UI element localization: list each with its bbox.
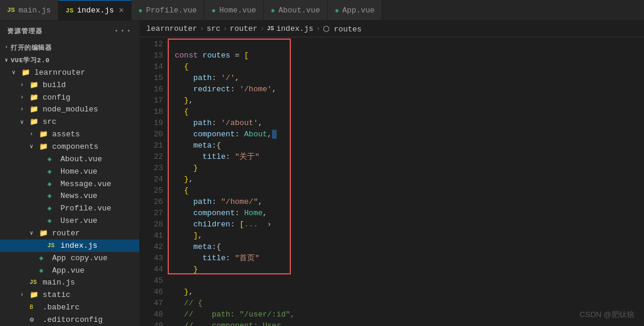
file-label: About.vue xyxy=(60,155,102,164)
chevron-down-icon: ∨ xyxy=(5,57,8,63)
breadcrumb-sep: › xyxy=(316,24,321,33)
code-line-12 xyxy=(175,39,644,50)
chevron-right-icon: › xyxy=(20,292,30,298)
vue-icon: ◈ xyxy=(47,191,58,200)
vue-icon: ◈ xyxy=(139,7,143,14)
sidebar-item-components[interactable]: ∨ 📁 components xyxy=(0,140,139,153)
tab-label: App.vue xyxy=(342,6,375,15)
file-label: App copy.vue xyxy=(52,254,108,263)
file-icon: ⚙ xyxy=(30,315,40,324)
vue-icon: ◈ xyxy=(335,7,339,14)
vue2-section[interactable]: ∨ VUE学习2.0 xyxy=(0,54,139,66)
sidebar-item-app-vue[interactable]: › ◈ App.vue xyxy=(0,264,139,277)
breadcrumb-sep: › xyxy=(260,24,265,33)
sidebar-item-main-js[interactable]: › JS main.js xyxy=(0,276,139,289)
tab-label: Profile.vue xyxy=(146,6,197,15)
sidebar-menu-button[interactable]: ··· xyxy=(114,25,132,36)
chevron-down-icon: ∨ xyxy=(30,229,39,236)
sidebar-item-node-modules[interactable]: › 📁 node_modules xyxy=(0,103,139,116)
sidebar-item-router[interactable]: ∨ 📁 router xyxy=(0,227,139,239)
vue-icon: ◈ xyxy=(47,155,58,164)
breadcrumb-filename: index.js xyxy=(277,24,313,33)
sidebar-item-app-copy-vue[interactable]: › ◈ App copy.vue xyxy=(0,252,139,264)
sidebar-item-build[interactable]: › 📁 build xyxy=(0,79,139,91)
vue-icon: ◈ xyxy=(39,266,50,275)
sidebar-item-config[interactable]: › 📁 config xyxy=(0,91,139,104)
code-line-46: }, xyxy=(175,286,644,298)
folder-icon: 📁 xyxy=(30,105,40,114)
sidebar-item-assets[interactable]: › 📁 assets xyxy=(0,128,139,140)
folder-label: learnrouter xyxy=(34,68,85,77)
folder-label: assets xyxy=(52,130,80,139)
file-label: Home.vue xyxy=(60,167,97,176)
vue-icon: ◈ xyxy=(39,254,50,263)
expand-arrow[interactable]: › xyxy=(267,220,271,229)
folder-icon: 📁 xyxy=(30,81,40,90)
code-line-22: title: "关于" xyxy=(175,151,644,162)
code-line-13: const routes = [ xyxy=(175,50,644,61)
code-line-26: path: "/home/", xyxy=(175,196,644,207)
chevron-right-icon: › xyxy=(20,106,30,113)
file-label: index.js xyxy=(60,241,97,250)
chevron-down-icon: ∨ xyxy=(20,119,30,126)
breadcrumb-learnrouter: learnrouter xyxy=(146,24,197,33)
code-line-23: } xyxy=(175,162,644,174)
tab-about-vue[interactable]: ◈ About.vue xyxy=(264,0,328,20)
sidebar-item-user-vue[interactable]: › ◈ User.vue xyxy=(0,215,139,227)
code-line-42: meta:{ xyxy=(175,241,644,253)
sidebar-item-babelrc[interactable]: › B .babelrc xyxy=(0,301,139,314)
tab-label: index.js xyxy=(77,6,114,15)
folder-icon: 📁 xyxy=(30,290,40,299)
file-label: main.js xyxy=(43,278,75,287)
code-line-21: meta:{ xyxy=(175,140,644,151)
sidebar-item-message-vue[interactable]: › ◈ Message.vue xyxy=(0,178,139,190)
sidebar-item-learnrouter[interactable]: ∨ 📁 learnrouter xyxy=(0,66,139,79)
code-editor[interactable]: 12 13 14 15 16 17 18 19 20 21 22 23 24 2… xyxy=(139,37,644,326)
code-line-20: component: About, xyxy=(175,129,644,140)
code-line-16: redirect: '/home', xyxy=(175,84,644,95)
sidebar-item-src[interactable]: ∨ 📁 src xyxy=(0,116,139,128)
code-content[interactable]: const routes = [ { path: '/', redirect: … xyxy=(168,37,644,326)
opened-editors-section[interactable]: › 打开的编辑器 xyxy=(0,41,139,54)
vue-icon: ◈ xyxy=(47,204,58,213)
tab-bar: JS main.js JS index.js × ◈ Profile.vue ◈… xyxy=(0,0,644,21)
js-icon: JS xyxy=(47,242,58,249)
file-label: Profile.vue xyxy=(60,204,111,213)
folder-label: build xyxy=(43,81,66,90)
line-numbers: 12 13 14 15 16 17 18 19 20 21 22 23 24 2… xyxy=(139,37,168,326)
code-line-43: title: "首页" xyxy=(175,253,644,264)
editor-area: learnrouter › src › router › JS index.js… xyxy=(139,21,644,326)
js-icon: JS xyxy=(7,7,15,14)
sidebar-item-news-vue[interactable]: › ◈ News.vue xyxy=(0,190,139,202)
sidebar-item-about-vue[interactable]: › ◈ About.vue xyxy=(0,153,139,165)
tab-home-vue[interactable]: ◈ Home.vue xyxy=(204,0,264,20)
chevron-right-icon: › xyxy=(20,94,30,101)
folder-icon: 📁 xyxy=(39,229,50,238)
chevron-right-icon: › xyxy=(5,44,8,50)
folder-label: components xyxy=(52,142,98,151)
code-line-24: }, xyxy=(175,174,644,185)
sidebar-item-profile-vue[interactable]: › ◈ Profile.vue xyxy=(0,202,139,215)
sidebar-item-static[interactable]: › 📁 static xyxy=(0,289,139,301)
sidebar-item-home-vue[interactable]: › ◈ Home.vue xyxy=(0,165,139,178)
breadcrumb-sep: › xyxy=(200,24,204,33)
close-tab-button[interactable]: × xyxy=(118,6,123,15)
vue-icon: ◈ xyxy=(271,7,275,14)
breadcrumb-sep: › xyxy=(223,24,228,33)
tab-profile-vue[interactable]: ◈ Profile.vue xyxy=(132,0,204,20)
sidebar-title: 资源管理器 xyxy=(7,27,42,36)
vue-icon: ◈ xyxy=(212,7,216,14)
file-label: App.vue xyxy=(52,266,85,275)
code-line-48: // path: "/user/:id", xyxy=(175,309,644,320)
tab-index-js[interactable]: JS index.js × xyxy=(59,0,132,20)
sidebar-item-index-js[interactable]: › JS index.js xyxy=(0,239,139,252)
code-line-44: } xyxy=(175,264,644,275)
tab-app-vue[interactable]: ◈ App.vue xyxy=(328,0,382,20)
vue-icon: ◈ xyxy=(47,167,58,176)
sidebar-header: 资源管理器 ··· xyxy=(0,21,139,41)
folder-icon: 📁 xyxy=(21,68,32,77)
tab-main-js[interactable]: JS main.js xyxy=(0,0,59,20)
code-line-19: path: '/about', xyxy=(175,117,644,129)
sidebar-item-editorconfig[interactable]: › ⚙ .editorconfig xyxy=(0,314,139,326)
tab-label: About.vue xyxy=(278,6,320,15)
